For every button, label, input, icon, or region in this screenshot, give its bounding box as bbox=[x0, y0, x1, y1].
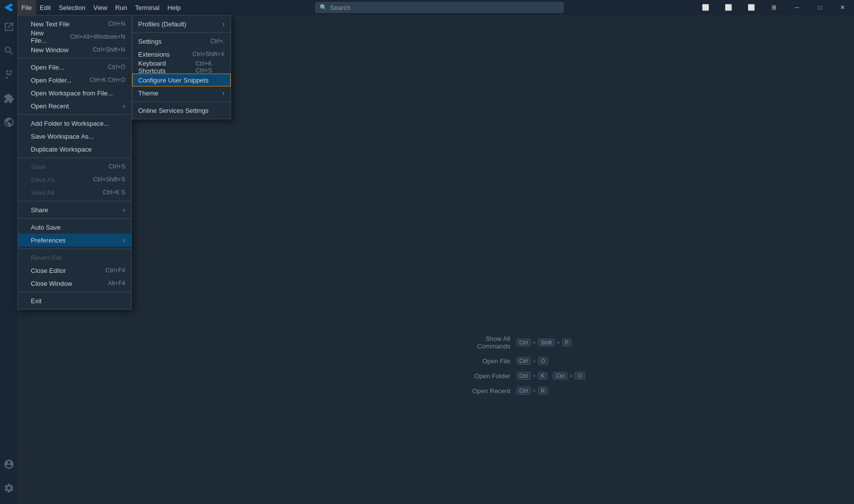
pref-settings[interactable]: Settings Ctrl+, bbox=[132, 35, 231, 48]
file-menu-sep1 bbox=[18, 58, 131, 59]
file-menu-sep3 bbox=[18, 158, 131, 158]
menu-open-workspace[interactable]: Open Workspace from File... bbox=[18, 86, 131, 99]
hint-open-folder: Open Folder Ctrl + K Ctrl + O bbox=[461, 372, 585, 380]
activity-remote-explorer[interactable] bbox=[0, 110, 17, 134]
app-icon bbox=[0, 3, 17, 12]
menu-save-as: Save As... Ctrl+Shift+S bbox=[18, 173, 131, 186]
menu-save: Save Ctrl+S bbox=[18, 160, 131, 173]
hint-open-file-label: Open File bbox=[461, 357, 511, 365]
hint-open-folder-label: Open Folder bbox=[461, 372, 511, 380]
search-icon: 🔍 bbox=[320, 4, 327, 11]
file-menu-sep6 bbox=[18, 249, 131, 249]
activity-accounts[interactable] bbox=[0, 452, 17, 476]
menu-selection[interactable]: Selection bbox=[55, 0, 89, 15]
hint-show-commands-keys: Ctrl + Shift + P bbox=[516, 338, 572, 346]
titlebar: File Edit Selection View Run Terminal He… bbox=[0, 0, 854, 15]
welcome-hints: Show All Commands Ctrl + Shift + P Open … bbox=[461, 335, 585, 395]
menu-preferences[interactable]: Preferences › bbox=[18, 234, 131, 247]
menu-bar: File Edit Selection View Run Terminal He… bbox=[17, 0, 185, 15]
restore-button[interactable]: □ bbox=[808, 0, 831, 15]
menu-close-window[interactable]: Close Window Alt+F4 bbox=[18, 277, 131, 290]
preferences-menu: Profiles (Default) › Settings Ctrl+, Ext… bbox=[132, 15, 231, 119]
hint-open-file-keys: Ctrl + O bbox=[516, 357, 548, 365]
menu-view[interactable]: View bbox=[89, 0, 111, 15]
close-button[interactable]: ✕ bbox=[831, 0, 854, 15]
hint-open-recent-keys: Ctrl + R bbox=[516, 387, 548, 395]
pref-configure-snippets[interactable]: Configure User Snippets bbox=[132, 74, 231, 86]
menu-save-all: Save All Ctrl+K S bbox=[18, 186, 131, 199]
menu-new-window[interactable]: New Window Ctrl+Shift+N bbox=[18, 43, 131, 56]
activity-bar bbox=[0, 15, 17, 504]
pref-sep2 bbox=[132, 101, 231, 102]
hint-open-folder-keys: Ctrl + K Ctrl + O bbox=[516, 372, 585, 380]
menu-new-file[interactable]: New File... Ctrl+Alt+Windows+N bbox=[18, 30, 131, 43]
hint-show-commands-label: Show All Commands bbox=[461, 335, 511, 350]
pref-keyboard-shortcuts[interactable]: Keyboard Shortcuts Ctrl+K Ctrl+S bbox=[132, 61, 231, 74]
pref-theme[interactable]: Theme › bbox=[132, 86, 231, 99]
search-placeholder: Search bbox=[330, 4, 350, 11]
menu-file[interactable]: File bbox=[17, 0, 36, 15]
menu-close-editor[interactable]: Close Editor Ctrl+F4 bbox=[18, 264, 131, 277]
layout-panel[interactable]: ⬜ bbox=[740, 0, 763, 15]
activity-source-control[interactable] bbox=[0, 63, 17, 86]
activity-explorer[interactable] bbox=[0, 15, 17, 39]
hint-show-commands: Show All Commands Ctrl + Shift + P bbox=[461, 335, 585, 350]
menu-auto-save[interactable]: Auto Save bbox=[18, 221, 131, 234]
menu-open-recent[interactable]: Open Recent › bbox=[18, 99, 131, 112]
menu-terminal[interactable]: Terminal bbox=[131, 0, 164, 15]
file-menu-sep5 bbox=[18, 218, 131, 219]
layout-sidebar-right[interactable]: ⬜ bbox=[717, 0, 740, 15]
file-menu-sep7 bbox=[18, 292, 131, 292]
pref-profiles[interactable]: Profiles (Default) › bbox=[132, 17, 231, 30]
activity-bar-bottom bbox=[0, 452, 17, 504]
menu-new-text-file[interactable]: New Text File Ctrl+N bbox=[18, 17, 131, 30]
activity-search[interactable] bbox=[0, 39, 17, 63]
file-menu-sep2 bbox=[18, 114, 131, 115]
search-bar: 🔍 Search bbox=[185, 2, 694, 13]
menu-help[interactable]: Help bbox=[164, 0, 185, 15]
menu-open-file[interactable]: Open File... Ctrl+O bbox=[18, 61, 131, 74]
menu-duplicate-workspace[interactable]: Duplicate Workspace bbox=[18, 143, 131, 156]
activity-extensions[interactable] bbox=[0, 86, 17, 110]
titlebar-controls: ⬜ ⬜ ⬜ ⊞ ─ □ ✕ bbox=[694, 0, 854, 15]
menu-share[interactable]: Share › bbox=[18, 203, 131, 216]
hint-open-recent: Open Recent Ctrl + R bbox=[461, 387, 585, 395]
layout-grid[interactable]: ⊞ bbox=[763, 0, 785, 15]
pref-extensions[interactable]: Extensions Ctrl+Shift+X bbox=[132, 48, 231, 61]
vscode-watermark bbox=[426, 209, 525, 310]
menu-edit[interactable]: Edit bbox=[36, 0, 55, 15]
hint-open-recent-label: Open Recent bbox=[461, 387, 511, 395]
menu-run[interactable]: Run bbox=[111, 0, 131, 15]
pref-online-services[interactable]: Online Services Settings bbox=[132, 104, 231, 117]
file-menu: New Text File Ctrl+N New File... Ctrl+Al… bbox=[17, 15, 132, 310]
minimize-button[interactable]: ─ bbox=[785, 0, 808, 15]
menu-save-workspace[interactable]: Save Workspace As... bbox=[18, 130, 131, 143]
pref-sep1 bbox=[132, 32, 231, 33]
file-menu-sep4 bbox=[18, 201, 131, 201]
layout-sidebar-left[interactable]: ⬜ bbox=[694, 0, 717, 15]
activity-settings[interactable] bbox=[0, 476, 17, 500]
menu-revert-file: Revert File bbox=[18, 251, 131, 264]
menu-add-folder[interactable]: Add Folder to Workspace... bbox=[18, 117, 131, 130]
hint-open-file: Open File Ctrl + O bbox=[461, 357, 585, 365]
menu-open-folder[interactable]: Open Folder... Ctrl+K Ctrl+O bbox=[18, 74, 131, 86]
menu-exit[interactable]: Exit bbox=[18, 294, 131, 307]
search-input[interactable]: 🔍 Search bbox=[315, 2, 564, 13]
